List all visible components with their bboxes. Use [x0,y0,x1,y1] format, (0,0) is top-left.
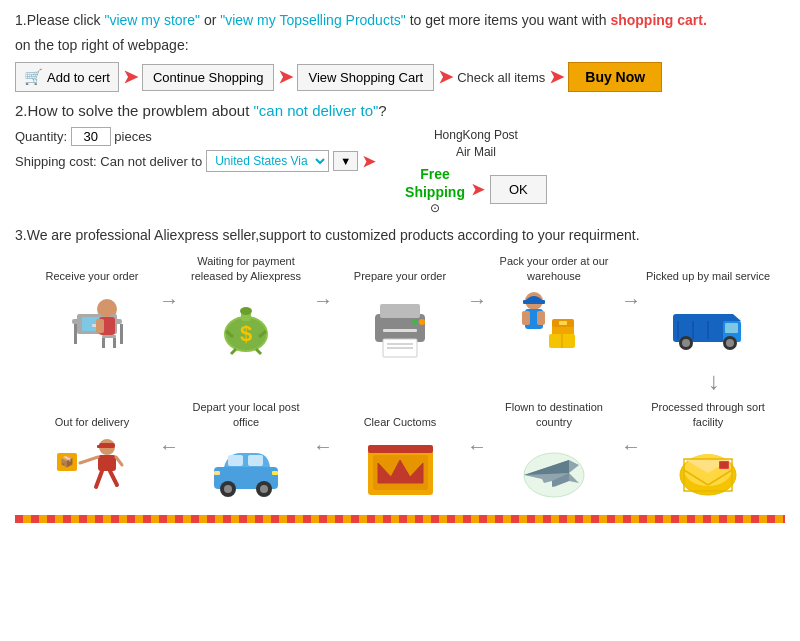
flow-icon-10 [668,433,748,503]
flow-label-9: Flown to destination country [487,397,621,429]
store-link[interactable]: "view my store" [104,12,200,28]
continue-shopping-button[interactable]: Continue Shopping [142,64,275,91]
flow-label-8: Clear Cuctoms [364,397,437,429]
flow-icon-7 [206,433,286,503]
free-shipping-text: Free Shipping ⊙ [405,165,465,215]
flow-arrow-b-1-2: ← [159,435,179,458]
section3-title: 3.We are professional Aliexpress seller,… [15,227,785,243]
svg-line-59 [80,457,98,463]
flow-label-10: Processed through sort facility [641,397,775,429]
flow-item-5: Picked up by mail service [641,251,775,357]
svg-line-60 [116,457,122,465]
flow-label-5: Picked up by mail service [646,251,770,283]
ok-button[interactable]: OK [490,175,547,204]
hk-post-line1: HongKong Post [434,128,518,142]
shipping-right: HongKong Post Air Mail Free Shipping ⊙ ➤… [405,127,547,215]
svg-rect-40 [673,314,728,342]
ok-label: OK [509,182,528,197]
down-arrow-icon: ↓ [708,367,720,395]
hk-post-text: HongKong Post Air Mail [405,127,547,161]
section1-or: or [200,12,220,28]
flow-container: Receive your order [15,251,785,503]
quantity-row: Quantity: pieces [15,127,375,146]
section2-title: 2.How to solve the prowblem about "can n… [15,102,785,119]
down-arrow: ↓ [25,367,775,395]
shipping-cost-row: Shipping cost: Can not deliver to United… [15,150,375,172]
section2-title-before: 2.How to solve the prowblem about [15,102,253,119]
buy-now-button[interactable]: Buy Now [568,62,662,92]
flow-arrow-b-2-3: ← [313,435,333,458]
flow-icon-3 [360,287,440,357]
svg-text:📦: 📦 [60,454,74,468]
svg-rect-53 [97,445,102,448]
add-to-cart-label: Add to cert [47,70,110,85]
flow-item-9: Flown to destination country [487,397,621,503]
bottom-border [15,515,785,523]
flow-icon-1 [52,287,132,357]
flow-arrow-3-4: → [467,289,487,312]
section1: 1.Please click "view my store" or "view … [15,10,785,92]
quantity-input[interactable] [71,127,111,146]
arrow5-icon: ➤ [362,152,375,171]
flow-item-7: Depart your local post office [179,397,313,503]
section1-text: 1.Please click "view my store" or "view … [15,10,785,31]
flow-label-2: Waiting for payment released by Aliexpre… [179,251,313,283]
flow-item-1: Receive your order [25,251,159,357]
flow-item-10: Processed through sort facility [641,397,775,503]
check-all-label: Check all items [457,70,545,85]
flow-icon-5 [668,287,748,357]
steps-row: 🛒 Add to cert ➤ Continue Shopping ➤ View… [15,62,785,92]
flow-arrow-b-4-5: ← [621,435,641,458]
view-cart-button[interactable]: View Shopping Cart [297,64,434,91]
hk-post-line2: Air Mail [456,145,496,159]
svg-point-5 [99,301,115,317]
svg-rect-23 [380,304,420,318]
svg-rect-80 [720,462,728,468]
svg-rect-10 [102,335,116,338]
flow-icon-2: $ [206,287,286,357]
svg-point-29 [419,319,425,325]
arrow1-icon: ➤ [123,66,138,88]
section1-prefix: 1.Please click [15,12,104,28]
quantity-label: Quantity: [15,129,67,144]
svg-rect-31 [523,300,545,304]
shipping-label-text: Shipping [405,184,465,200]
svg-rect-63 [248,455,263,466]
svg-rect-11 [102,338,105,348]
svg-text:$: $ [240,321,252,346]
svg-point-45 [682,339,690,347]
arrow4-icon: ➤ [549,66,564,88]
dropdown-arrow-button[interactable]: ▼ [333,151,358,171]
svg-line-19 [256,349,261,354]
section2-title-after: ? [378,102,386,119]
section1-suffix: to get more items you want with [406,12,611,28]
view-cart-label: View Shopping Cart [308,70,423,85]
country-dropdown[interactable]: United States Via [206,150,329,172]
flow-arrow-1-2: → [159,289,179,312]
svg-rect-12 [113,338,116,348]
hk-post-info: HongKong Post Air Mail Free Shipping ⊙ ➤… [405,127,547,215]
svg-line-56 [110,471,117,485]
svg-rect-34 [537,311,545,325]
svg-rect-33 [522,311,530,325]
svg-rect-8 [74,324,77,344]
flow-arrow-2-3: → [313,289,333,312]
flow-arrow-4-5: → [621,289,641,312]
svg-rect-62 [228,455,243,466]
svg-line-18 [231,349,236,354]
topselling-link[interactable]: "view my Topselling Products" [220,12,406,28]
svg-rect-72 [368,445,433,453]
svg-rect-24 [383,329,417,332]
add-to-cart-button[interactable]: 🛒 Add to cert [15,62,119,92]
flow-top-row: Receive your order [25,251,775,357]
radio-icon: ⊙ [405,201,465,215]
section2-title-highlight: "can not deliver to" [253,102,378,119]
svg-rect-69 [272,471,278,475]
svg-point-65 [224,485,232,493]
shipping-row: Quantity: pieces Shipping cost: Can not … [15,127,785,215]
flow-item-4: Pack your order at our warehouse [487,251,621,357]
shopping-cart-text: shopping cart. [610,12,706,28]
flow-label-3: Prepare your order [354,251,446,283]
flow-icon-4 [514,287,594,357]
section3: 3.We are professional Aliexpress seller,… [15,227,785,503]
